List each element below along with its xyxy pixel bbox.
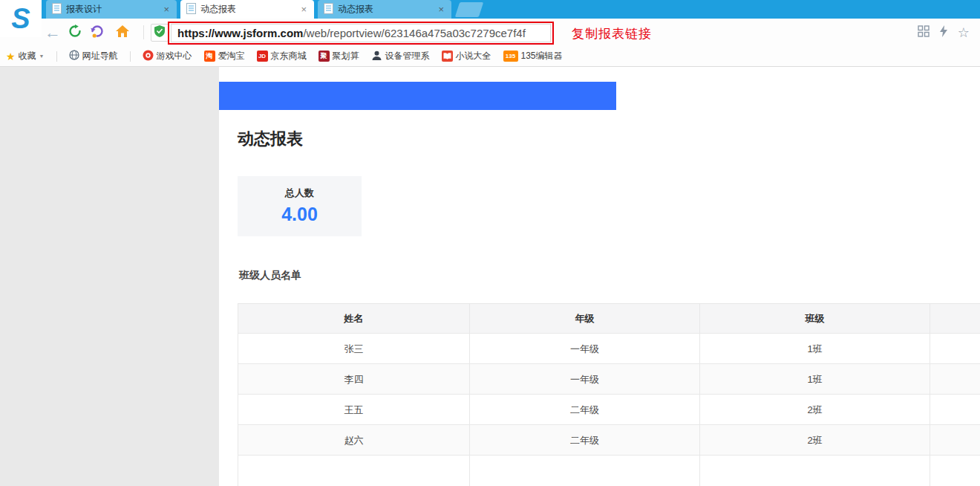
tab-dynamic-report-2[interactable]: 动态报表 × [318, 0, 451, 19]
tab-close-icon[interactable]: × [437, 4, 445, 15]
table-cell: 2班 [700, 395, 930, 425]
url-path: /web/reportview/623146a475a03c7279ce7f4f [303, 27, 525, 39]
back-button[interactable]: ← [43, 19, 62, 46]
table-cell: 张三 [238, 334, 470, 364]
tab-label: 动态报表 [338, 3, 432, 16]
table-cell [930, 425, 980, 456]
tab-strip: 报表设计 × 动态报表 × 动态报表 × [0, 0, 980, 19]
novel-book-icon [442, 51, 453, 62]
bookmark-label: 爱淘宝 [218, 50, 245, 62]
bookmark-editor-135[interactable]: 135 135编辑器 [503, 50, 563, 62]
bookmark-juhuasuan[interactable]: 聚 聚划算 [318, 50, 359, 62]
stat-card-total: 总人数 4.00 [238, 176, 362, 236]
tab-label: 报表设计 [66, 3, 157, 16]
juhuasuan-icon: 聚 [318, 51, 330, 62]
editor-135-icon: 135 [503, 51, 518, 62]
table-cell: 1班 [700, 334, 930, 364]
bookmark-device-manager[interactable]: 设备管理系 [371, 50, 430, 63]
bookmark-label: 聚划算 [333, 50, 359, 62]
tab-close-icon[interactable]: × [299, 4, 308, 15]
browser-toolbar: ← https://www.jsform.com/web/reportview/… [0, 19, 980, 46]
favorite-star-icon[interactable]: ☆ [958, 26, 970, 39]
address-bar[interactable]: https://www.jsform.com/web/reportview/62… [171, 24, 551, 42]
home-button[interactable] [113, 19, 132, 46]
security-shield-button[interactable] [151, 24, 169, 42]
url-domain: https://www.jsform.com [177, 27, 303, 39]
bookmark-label: 小说大全 [456, 50, 491, 62]
table-cell: 王五 [238, 395, 470, 425]
table-header-cell: 班级 [700, 304, 930, 334]
bookmark-favorites[interactable]: ★ 收藏 ▼ [6, 50, 45, 62]
browser-logo[interactable]: S [0, 0, 42, 37]
tab-close-icon[interactable]: × [162, 4, 171, 15]
table-cell-empty [470, 456, 700, 486]
table-cell-empty [930, 456, 980, 486]
table-cell [930, 334, 980, 364]
bookmark-game-center[interactable]: 游戏中心 [143, 50, 192, 63]
toolbar-right-icons: ☆ [918, 19, 970, 46]
jd-icon: JD [257, 51, 268, 62]
table-cell: 1班 [700, 364, 930, 395]
stat-value: 4.00 [238, 204, 362, 225]
taobao-icon: 淘 [204, 51, 215, 62]
report-header-banner [219, 82, 616, 110]
new-tab-button[interactable] [455, 2, 483, 17]
apps-grid-icon[interactable] [918, 25, 930, 40]
chevron-down-icon: ▼ [39, 54, 45, 59]
lightning-icon[interactable] [939, 25, 948, 40]
table-cell: 二年级 [470, 425, 700, 456]
annotation-label: 复制报表链接 [572, 25, 652, 42]
browser-window: 报表设计 × 动态报表 × 动态报表 × S ← [0, 0, 980, 486]
table-header-cell: 年级 [470, 304, 700, 334]
bookmark-label: 135编辑器 [521, 50, 563, 62]
class-roster-table: 姓名 年级 班级 张三 一年级 1班 李四 一年级 1班 王五 二年级 2班 赵… [238, 303, 980, 486]
table-cell-empty [238, 456, 470, 486]
bookmark-label: 游戏中心 [157, 50, 192, 62]
tab-page-icon [186, 3, 196, 16]
refresh-button[interactable] [65, 19, 85, 46]
tab-label: 动态报表 [200, 3, 295, 16]
globe-icon [69, 50, 79, 62]
table-header-cell [930, 304, 980, 334]
bookmark-label: 设备管理系 [385, 50, 430, 62]
section-title: 班级人员名单 [239, 269, 301, 282]
refresh-icon [68, 25, 82, 41]
bookmark-site-nav[interactable]: 网址导航 [69, 50, 118, 62]
table-cell: 李四 [238, 364, 470, 395]
table-header-cell: 姓名 [238, 304, 470, 334]
tab-page-icon [52, 3, 62, 16]
bookmark-taobao[interactable]: 淘 爱淘宝 [204, 50, 245, 62]
bookmarks-divider [56, 51, 57, 62]
undo-arrow-icon [91, 25, 104, 41]
bookmark-label: 网址导航 [82, 50, 118, 62]
table-cell-empty [700, 456, 930, 486]
bookmarks-divider [130, 51, 131, 62]
table-cell [930, 364, 980, 395]
toolbar-divider [143, 25, 144, 39]
bookmarks-bar: ★ 收藏 ▼ 网址导航 游戏中心 淘 爱淘宝 JD 京东商城 聚 聚 [0, 46, 980, 67]
table-cell [930, 395, 980, 425]
bookmark-label: 京东商城 [271, 50, 307, 62]
tab-report-design[interactable]: 报表设计 × [46, 0, 177, 19]
home-icon [116, 25, 129, 40]
page-title: 动态报表 [238, 128, 303, 150]
table-cell: 2班 [700, 425, 930, 456]
device-manager-icon [371, 50, 382, 63]
table-cell: 一年级 [470, 334, 700, 364]
table-cell: 二年级 [470, 395, 700, 425]
tab-dynamic-report-active[interactable]: 动态报表 × [180, 0, 314, 19]
bookmark-jd[interactable]: JD 京东商城 [257, 50, 307, 62]
sogou-logo-icon: S [11, 4, 30, 33]
shield-check-icon [154, 25, 165, 40]
bookmark-label: 收藏 [19, 50, 36, 62]
star-icon: ★ [6, 51, 16, 62]
bookmark-novels[interactable]: 小说大全 [442, 50, 491, 62]
stat-label: 总人数 [238, 176, 362, 200]
back-arrow-icon: ← [45, 25, 61, 41]
table-cell: 赵六 [238, 425, 470, 456]
game-center-icon [143, 50, 154, 63]
table-cell: 一年级 [470, 364, 700, 395]
undo-closed-tab-button[interactable] [88, 19, 107, 46]
tab-page-icon [324, 3, 333, 16]
